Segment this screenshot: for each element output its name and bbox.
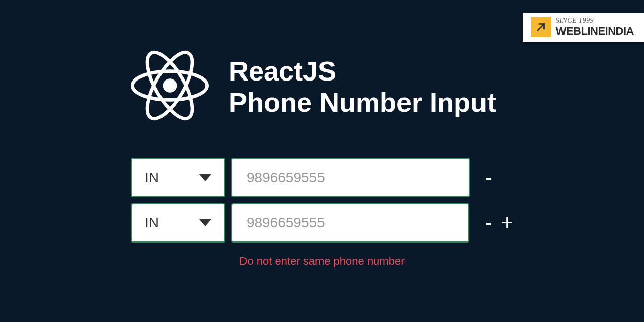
phone-input[interactable] xyxy=(231,158,470,197)
phone-input[interactable] xyxy=(231,203,470,243)
brand-badge: SINCE 1999 WEBLINEINDIA xyxy=(523,13,644,42)
brand-name: WEBLINEINDIA xyxy=(556,25,634,38)
remove-button[interactable]: - xyxy=(485,167,492,188)
phone-form: IN - IN - + Do not enter same phone numb… xyxy=(131,158,513,268)
chevron-down-icon xyxy=(199,219,211,226)
svg-line-0 xyxy=(537,24,544,31)
error-message: Do not enter same phone number xyxy=(131,255,513,268)
country-code-label: IN xyxy=(145,170,159,186)
page-title-line-1: ReactJS xyxy=(229,55,496,87)
country-dropdown[interactable]: IN xyxy=(131,203,225,243)
brand-since: SINCE 1999 xyxy=(556,17,634,25)
arrow-icon xyxy=(531,17,551,37)
page-header: ReactJS Phone Number Input xyxy=(131,50,513,123)
phone-row: IN - + xyxy=(131,203,513,243)
svg-point-1 xyxy=(163,78,177,93)
react-icon xyxy=(131,50,209,123)
add-button[interactable]: + xyxy=(501,212,513,233)
country-dropdown[interactable]: IN xyxy=(131,158,225,197)
page-title-line-2: Phone Number Input xyxy=(229,87,496,118)
chevron-down-icon xyxy=(199,174,211,181)
country-code-label: IN xyxy=(145,215,159,231)
phone-row: IN - xyxy=(131,158,513,197)
remove-button[interactable]: - xyxy=(485,212,492,233)
